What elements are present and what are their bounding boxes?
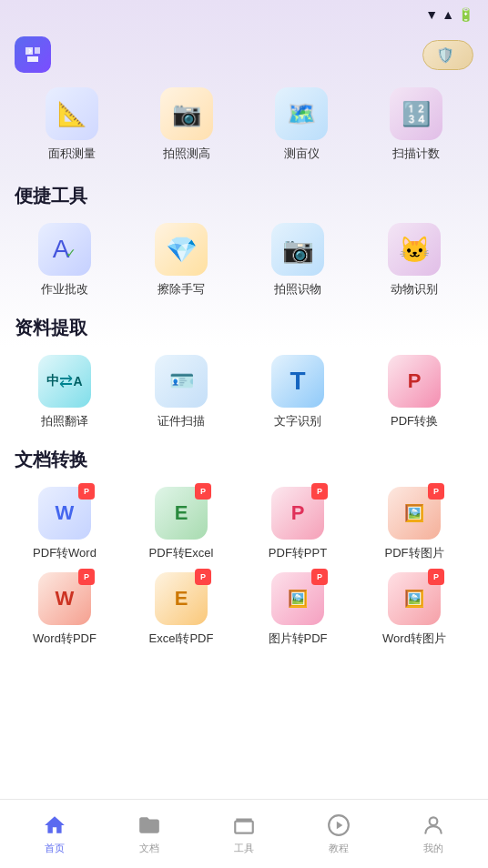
tool-icon-wrap-img2pdf: 🖼️ P <box>271 572 324 625</box>
status-icons: ▼ ▲ 🔋 <box>425 7 473 22</box>
nav-icon-docs <box>137 812 162 838</box>
tool-icon-translate: 中⇄A <box>38 355 91 408</box>
nav-label-tools: 工具 <box>234 842 254 855</box>
tool-icon-wrap-word2pdf: W P <box>38 572 91 625</box>
nav-icon-mine <box>421 812 446 838</box>
top-tools-row: 📐 面积测量 📷 拍照测高 🗺️ 测亩仪 🔢 扫描计数 <box>15 84 473 166</box>
tool-id-scan[interactable]: 🪪 证件扫描 <box>131 355 231 429</box>
signal-icon: ▲ <box>442 7 454 22</box>
icon-grid-data-extract: 中⇄A 拍照翻译 🪪 证件扫描 T 文字识别 P PDF转换 <box>15 355 473 429</box>
tool-emoji-photo-height: 📷 <box>160 87 213 140</box>
tool-survey[interactable]: 🗺️ 测亩仪 <box>251 87 351 162</box>
section-doc-convert: 文档转换 W P PDF转Word E P PDF转Excel <box>15 448 473 647</box>
logo-area <box>15 36 58 73</box>
nav-icon-home <box>42 812 67 838</box>
tool-icon-homework: A✓ <box>38 223 91 276</box>
tool-icon-photo-height: 📷 <box>160 87 213 140</box>
section-title-doc-convert: 文档转换 <box>15 448 473 472</box>
svg-marker-1 <box>337 822 343 830</box>
tool-label-animal: 动物识别 <box>391 281 438 298</box>
logo-icon <box>15 36 51 73</box>
main-content: 📐 面积测量 📷 拍照测高 🗺️ 测亩仪 🔢 扫描计数 便捷工具 A✓ 作业批改… <box>0 84 488 738</box>
section-title-data-extract: 资料提取 <box>15 316 473 340</box>
tool-label-photo-recognize: 拍照识物 <box>274 281 321 298</box>
pdf-corner-pdf2img: P <box>428 483 444 500</box>
tool-label-scan-count: 扫描计数 <box>392 146 440 162</box>
tool-label-pdf-convert: PDF转换 <box>391 413 438 429</box>
tool-photo-height[interactable]: 📷 拍照测高 <box>137 87 237 162</box>
tool-icon-ocr: T <box>271 355 324 408</box>
pdf-corner-word2pdf: P <box>78 569 95 585</box>
vip-badge[interactable]: 🛡️ <box>422 40 473 70</box>
tool-animal[interactable]: 🐱 动物识别 <box>364 223 464 298</box>
tool-label-ocr: 文字识别 <box>274 413 321 429</box>
tool-icon-id-scan: 🪪 <box>155 355 208 408</box>
tool-word2img[interactable]: 🖼️ P Word转图片 <box>364 572 464 647</box>
tool-img2pdf[interactable]: 🖼️ P 图片转PDF <box>248 572 348 647</box>
pdf-corner-pdf2ppt: P <box>311 483 328 500</box>
icon-grid-doc-convert: W P PDF转Word E P PDF转Excel <box>15 487 473 647</box>
tool-label-pdf2ppt: PDF转PPT <box>269 545 327 561</box>
tool-icon-survey: 🗺️ <box>275 87 328 140</box>
tool-icon-pdf-convert: P <box>388 355 441 408</box>
tool-translate[interactable]: 中⇄A 拍照翻译 <box>15 355 115 429</box>
tool-emoji-area: 📐 <box>46 87 98 140</box>
pdf-corner-pdf2word: P <box>78 483 95 500</box>
nav-item-docs[interactable]: 文档 <box>102 812 197 855</box>
tool-word2pdf[interactable]: W P Word转PDF <box>15 572 115 647</box>
tool-icon-wrap-pdf2excel: E P <box>155 487 208 540</box>
tool-ocr[interactable]: T 文字识别 <box>248 355 348 429</box>
tool-icon-wrap-word2img: 🖼️ P <box>388 572 441 625</box>
nav-item-mine[interactable]: 我的 <box>386 812 481 855</box>
pdf-corner-word2img: P <box>428 569 444 585</box>
tool-pdf2ppt[interactable]: P P PDF转PPT <box>248 487 348 561</box>
bottom-nav: 首页 文档 工具 教程 我的 <box>0 799 488 868</box>
tool-label-excel2pdf: Excel转PDF <box>149 631 214 647</box>
tool-label-translate: 拍照翻译 <box>41 413 88 429</box>
nav-icon-tutorial <box>326 812 351 838</box>
tool-emoji-survey: 🗺️ <box>275 87 328 140</box>
tool-icon-animal: 🐱 <box>388 223 441 276</box>
vip-shield-icon: 🛡️ <box>436 46 454 64</box>
nav-label-tutorial: 教程 <box>329 842 349 855</box>
tool-icon-scan-count: 🔢 <box>390 87 442 140</box>
tool-pdf-convert[interactable]: P PDF转换 <box>364 355 464 429</box>
tool-pdf2excel[interactable]: E P PDF转Excel <box>131 487 231 561</box>
tool-icon-wrap-pdf2word: W P <box>38 487 91 540</box>
tool-photo-recognize[interactable]: 📷 拍照识物 <box>248 223 348 298</box>
tool-label-area: 面积测量 <box>48 146 96 162</box>
tool-label-img2pdf: 图片转PDF <box>269 631 328 647</box>
nav-label-mine: 我的 <box>423 842 443 855</box>
section-convenient-tools: 便捷工具 A✓ 作业批改 💎 擦除手写 📷 拍照识物 🐱 动物识别 <box>15 184 473 298</box>
tool-scan-count[interactable]: 🔢 扫描计数 <box>366 87 466 162</box>
tool-icon-wrap-excel2pdf: E P <box>155 572 208 625</box>
tool-icon-erase: 💎 <box>155 223 208 276</box>
tool-label-pdf2word: PDF转Word <box>33 545 97 561</box>
tool-label-photo-height: 拍照测高 <box>163 146 210 162</box>
tool-label-id-scan: 证件扫描 <box>158 413 205 429</box>
tool-label-pdf2excel: PDF转Excel <box>149 545 214 561</box>
pdf-corner-pdf2excel: P <box>195 483 211 500</box>
pdf-corner-excel2pdf: P <box>195 569 211 585</box>
tool-excel2pdf[interactable]: E P Excel转PDF <box>131 572 231 647</box>
tool-icon-photo-recognize: 📷 <box>271 223 324 276</box>
section-title-convenient-tools: 便捷工具 <box>15 184 473 208</box>
status-bar: ▼ ▲ 🔋 <box>0 0 488 29</box>
tool-icon-wrap-pdf2ppt: P P <box>271 487 324 540</box>
tool-homework[interactable]: A✓ 作业批改 <box>15 223 115 298</box>
tool-label-homework: 作业批改 <box>41 281 88 298</box>
tool-icon-wrap-pdf2img: 🖼️ P <box>388 487 441 540</box>
nav-label-home: 首页 <box>45 842 65 855</box>
tool-label-pdf2img: PDF转图片 <box>385 545 444 561</box>
nav-item-tutorial[interactable]: 教程 <box>291 812 386 855</box>
battery-icon: 🔋 <box>458 7 473 22</box>
tool-pdf2img[interactable]: 🖼️ P PDF转图片 <box>364 487 464 561</box>
tool-pdf2word[interactable]: W P PDF转Word <box>15 487 115 561</box>
section-data-extract: 资料提取 中⇄A 拍照翻译 🪪 证件扫描 T 文字识别 P PDF转换 <box>15 316 473 429</box>
tool-area[interactable]: 📐 面积测量 <box>22 87 122 162</box>
tool-erase[interactable]: 💎 擦除手写 <box>131 223 231 298</box>
wifi-icon: ▼ <box>425 7 438 22</box>
nav-item-home[interactable]: 首页 <box>7 812 102 855</box>
pdf-corner-img2pdf: P <box>311 569 328 585</box>
nav-item-tools[interactable]: 工具 <box>197 812 291 855</box>
